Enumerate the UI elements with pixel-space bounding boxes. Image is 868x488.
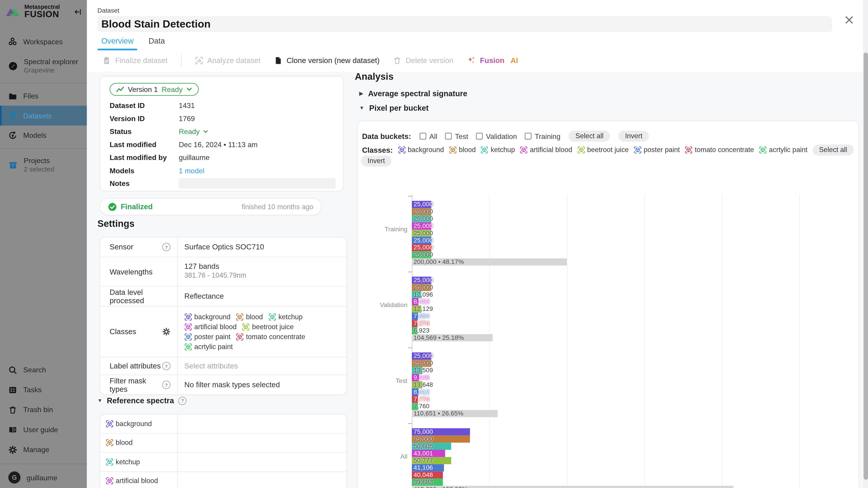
check-circle-icon xyxy=(108,202,117,211)
class-chip-ketchup: ketchup xyxy=(106,458,140,466)
finalized-status-pill: Finalized finished 10 months ago xyxy=(100,198,322,215)
class-chip-tomato-concentrate[interactable]: tomato concentrate xyxy=(685,146,754,154)
sidebar-item-spectral-explorer[interactable]: Spectral explorer Grapevine xyxy=(0,53,87,78)
class-cube-icon xyxy=(106,458,114,466)
finalized-label: Finalized xyxy=(121,202,153,211)
reference-spectra-header[interactable]: ▼ Reference spectra ? xyxy=(97,396,187,405)
bucket-checkbox-test[interactable]: Test xyxy=(445,132,468,140)
field-label: Last modified xyxy=(110,140,179,149)
bucket-checkbox-all[interactable]: All xyxy=(419,132,437,140)
gear-icon xyxy=(8,445,17,454)
version-card: Version 1 Ready Dataset ID1431 Version I… xyxy=(100,76,344,192)
tab-overview[interactable]: Overview xyxy=(101,37,133,45)
sidebar-item-projects[interactable]: Projects 2 selected xyxy=(0,152,87,178)
workspaces-icon xyxy=(8,37,17,46)
settings-table: Sensor? Surface Optics SOC710 Wavelength… xyxy=(100,237,347,395)
app-root: Metaspectral FUSION Workspaces xyxy=(0,0,868,488)
settings-row-sensor: Sensor? Surface Optics SOC710 xyxy=(100,237,346,257)
class-cube-icon xyxy=(106,420,114,427)
section-pixel-per-bucket[interactable]: ▼ Pixel per bucket xyxy=(359,103,429,112)
gear-icon[interactable] xyxy=(162,328,170,336)
sidebar-item-workspaces[interactable]: Workspaces xyxy=(0,32,87,51)
fusion-ai-button[interactable]: FusionAI xyxy=(467,56,518,65)
avatar: G xyxy=(8,471,21,484)
data-buckets-label: Data buckets: xyxy=(362,132,411,140)
database-icon xyxy=(8,111,17,120)
settings-heading: Settings xyxy=(97,219,134,230)
help-icon[interactable]: ? xyxy=(162,381,170,389)
reference-spectra-row: artificial blood xyxy=(100,471,346,488)
field-label: Last modified by xyxy=(110,153,179,162)
last-modified-value: Dec 16, 2024 • 11:13 am xyxy=(179,140,334,149)
sidebar-divider xyxy=(0,464,87,464)
class-chip-artificial-blood: artificial blood xyxy=(184,323,237,330)
sidebar-item-files[interactable]: Files xyxy=(0,86,87,106)
tab-data[interactable]: Data xyxy=(149,37,165,45)
collapsed-triangle-icon: ▶ xyxy=(359,91,363,96)
sidebar-item-models[interactable]: Models xyxy=(0,126,87,145)
section-average-spectral-signature[interactable]: ▶ Average spectral signature xyxy=(359,89,467,98)
sensor-value: Surface Optics SOC710 xyxy=(178,237,346,257)
chevron-down-icon xyxy=(186,88,192,91)
checkbox-icon xyxy=(445,133,452,139)
buckets-select-all-button[interactable]: Select all xyxy=(569,131,610,142)
class-chip-ketchup[interactable]: ketchup xyxy=(481,146,515,154)
sidebar-item-search[interactable]: Search xyxy=(0,360,87,380)
sidebar: Metaspectral FUSION Workspaces xyxy=(0,0,87,488)
help-icon[interactable]: ? xyxy=(162,362,170,370)
class-cube-icon xyxy=(184,323,192,330)
sidebar-item-datasets[interactable]: Datasets xyxy=(0,106,87,126)
classes-invert-button[interactable]: Invert xyxy=(361,156,392,166)
class-filter-chips: background blood ketchup artificial bloo… xyxy=(398,146,807,154)
sidebar-item-trash-bin[interactable]: Trash bin xyxy=(0,400,87,420)
dataset-title-field[interactable]: Blood Stain Detection xyxy=(97,16,832,32)
finalized-time: finished 10 months ago xyxy=(242,203,313,210)
classes-select-all-button[interactable]: Select all xyxy=(812,144,854,156)
close-button[interactable] xyxy=(844,14,855,26)
sidebar-collapse-button[interactable] xyxy=(74,8,82,18)
dataset-id-value: 1431 xyxy=(179,101,334,110)
class-chip-poster-paint[interactable]: poster paint xyxy=(633,146,680,154)
explorer-subtitle: Grapevine xyxy=(24,66,78,74)
notes-input[interactable] xyxy=(179,178,336,189)
status-dropdown[interactable]: Ready xyxy=(179,127,334,136)
sparkle-icon xyxy=(467,56,475,65)
sidebar-item-manage[interactable]: Manage xyxy=(0,440,87,459)
bucket-options: All Test Validation Training xyxy=(419,132,560,140)
search-icon xyxy=(8,365,17,375)
trend-up-icon xyxy=(116,86,124,93)
help-icon[interactable]: ? xyxy=(178,396,187,405)
bucket-checkbox-training[interactable]: Training xyxy=(525,132,561,140)
close-icon xyxy=(844,14,855,26)
data-buckets-row: Data buckets: All Test Validation Traini… xyxy=(362,131,649,142)
sidebar-item-tasks[interactable]: Tasks xyxy=(0,380,87,399)
analyze-dataset-button[interactable]: Analyze dataset xyxy=(195,56,260,65)
collapse-arrow-icon xyxy=(74,8,82,16)
class-chip-artificial-blood[interactable]: artificial blood xyxy=(520,146,572,154)
checkbox-icon xyxy=(419,133,426,139)
models-link[interactable]: 1 model xyxy=(179,166,334,175)
class-chip-beetroot-juice[interactable]: beetroot juice xyxy=(577,146,629,154)
brand: Metaspectral FUSION xyxy=(5,4,60,19)
bucket-checkbox-validation[interactable]: Validation xyxy=(476,132,517,140)
field-label: Notes xyxy=(110,180,179,188)
reference-spectra-row: blood xyxy=(100,433,346,452)
label-attributes-select[interactable]: Select attributes xyxy=(178,357,346,375)
class-cube-icon xyxy=(269,313,276,321)
delete-version-button[interactable]: Delete version xyxy=(393,56,454,65)
clone-version-button[interactable]: Clone version (new dataset) xyxy=(274,56,379,65)
sidebar-item-user-guide[interactable]: User guide xyxy=(0,420,87,440)
scrollbar-thumb[interactable] xyxy=(863,53,868,480)
class-chip-blood: blood xyxy=(236,313,263,321)
buckets-invert-button[interactable]: Invert xyxy=(618,131,649,142)
class-chip-blood[interactable]: blood xyxy=(449,146,476,154)
version-pill[interactable]: Version 1 Ready xyxy=(110,83,199,96)
sidebar-divider xyxy=(0,148,87,149)
sidebar-item-user[interactable]: G guillaume xyxy=(0,467,87,487)
class-chip-acrtylic-paint[interactable]: acrtylic paint xyxy=(759,146,807,154)
class-chip-beetroot-juice: beetroot juice xyxy=(242,323,293,330)
help-icon[interactable]: ? xyxy=(162,243,170,251)
field-label: Version ID xyxy=(110,114,179,123)
finalize-dataset-button[interactable]: Finalize dataset xyxy=(102,56,167,65)
class-chip-background[interactable]: background xyxy=(398,146,444,154)
